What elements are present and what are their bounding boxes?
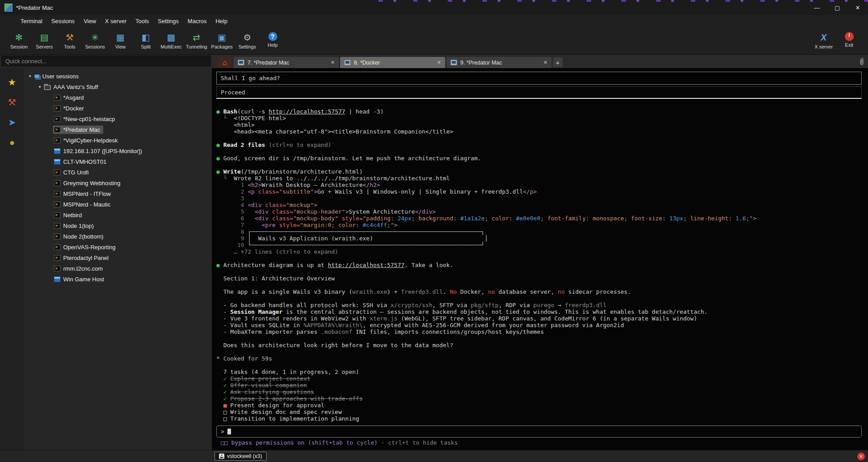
new-tab-button[interactable]: + <box>553 57 563 67</box>
tree-item[interactable]: Greyming Webhosting <box>24 178 212 188</box>
terminal-text <box>216 402 223 409</box>
toolbar-x-server-button[interactable]: XX server <box>811 32 836 49</box>
toolbar-sessions-button[interactable]: ✳Sessions <box>82 32 108 49</box>
terminal-line: 1 <h2>Wraith Desktop — Architecture</h2> <box>216 182 863 188</box>
terminal-text: "mockup" <box>286 202 314 208</box>
tree-item-body: MSPNerd - ITFlow <box>53 190 114 198</box>
tree-item-label: rmm.t2cnc.com <box>63 265 103 272</box>
packages-label: Packages <box>211 44 232 49</box>
terminal-link[interactable]: http://localhost:57577 <box>328 262 404 268</box>
terminal-text: ✓ <box>223 389 231 395</box>
toolbar-tunneling-button[interactable]: ⇄Tunneling <box>184 32 209 49</box>
terminal-text: style= <box>276 222 300 228</box>
menu-tools[interactable]: Tools <box>131 16 153 26</box>
expand-arrow-icon[interactable]: ▼ <box>27 74 33 78</box>
expand-arrow-icon[interactable]: ▼ <box>37 85 43 89</box>
tree-item[interactable]: OpenVAS-Reporting <box>24 242 212 252</box>
toolbar-help-button[interactable]: ?Help <box>260 32 285 49</box>
terminal-text: . <box>443 288 450 295</box>
terminal-text: ● <box>216 168 223 175</box>
bottom-close-button[interactable]: ✕ <box>857 453 865 460</box>
tree-item[interactable]: MSPNerd - ITFlow <box>24 188 212 199</box>
session-label: Session <box>10 44 28 49</box>
toolbar-session-button[interactable]: ✻Session <box>6 32 32 49</box>
toolbar-view-button[interactable]: ▦View <box>108 32 133 49</box>
tree-item[interactable]: *New-cp01-heistacp <box>24 113 212 124</box>
toolbar-settings-button[interactable]: ⚙Settings <box>235 32 260 49</box>
menu-terminal[interactable]: Terminal <box>16 16 47 26</box>
toolbar-servers-button[interactable]: ▤Servers <box>32 32 57 49</box>
terminal-text: , encrypted with AES-256-GCM derived fro… <box>363 322 624 328</box>
terminal-link[interactable]: http://localhost:57577 <box>268 108 345 115</box>
toolbar-split-button[interactable]: ◧Split <box>133 32 158 49</box>
menu-macros[interactable]: Macros <box>183 16 211 26</box>
permission-option-proceed[interactable]: Proceed <box>216 86 862 99</box>
tree-item-body: OpenVAS-Reporting <box>53 243 119 251</box>
tree-item-body: Win Game Host <box>53 275 107 284</box>
ssh-icon <box>54 202 61 207</box>
tree-item[interactable]: *Predator Mac <box>24 124 212 135</box>
terminal-text: <div <box>255 215 268 222</box>
terminal[interactable]: Shall I go ahead? Proceed ● Bash(curl -s… <box>212 68 868 450</box>
tree-item[interactable]: Win Game Host <box>24 274 212 284</box>
tree-item[interactable]: Node 1(top) <box>24 220 212 231</box>
tree-item[interactable]: CLT-VMHOST01 <box>24 156 212 167</box>
tree-item-body: Node 2(bottom) <box>53 232 106 241</box>
tree-item[interactable]: *Docker <box>24 103 212 113</box>
tree-item[interactable]: Node 2(bottom) <box>24 231 212 242</box>
quickconnect-tab-row: ⌂7. *Predator Mac✕8. *Docker✕9. *Predato… <box>0 55 868 68</box>
menu-sessions[interactable]: Sessions <box>47 16 79 26</box>
close-button[interactable]: ✕ <box>848 0 868 15</box>
tree-item[interactable]: 192.168.1.107 ([UPS-Monitor]) <box>24 146 212 156</box>
terminal-text: freerdp3.dll <box>401 288 443 295</box>
session-tab[interactable]: 9. *Predator Mac✕ <box>446 57 552 68</box>
tab-close-icon[interactable]: ✕ <box>437 60 441 65</box>
minimize-button[interactable]: — <box>807 0 827 15</box>
terminal-text: → <box>554 302 564 308</box>
tree-item[interactable]: Pterodactyl Panel <box>24 252 212 263</box>
toolbar-packages-button[interactable]: ▣Packages <box>209 32 235 49</box>
terminal-text: ■ <box>223 402 231 409</box>
tree-item[interactable]: CTG Unifi <box>24 167 212 178</box>
tree-item-body: CTG Unifi <box>53 168 92 177</box>
bottom-session-button[interactable]: vstockwell (x3) <box>215 452 267 461</box>
tab-close-icon[interactable]: ✕ <box>331 60 335 65</box>
rail-macros-panel-button[interactable]: ➤ <box>5 115 19 129</box>
attach-panel-button[interactable] <box>859 55 864 68</box>
maximize-button[interactable]: ▢ <box>827 0 848 15</box>
tools-icon: ⚒ <box>65 32 75 43</box>
tree-item[interactable]: ▼AAA Vantz's Stuff <box>24 81 212 92</box>
toolbar-multiexec-button[interactable]: ▩MultiExec <box>158 32 184 49</box>
session-tab[interactable]: 8. *Docker✕ <box>340 57 445 68</box>
terminal-line: 9 │ Wails v3 Application (wraith.exe) │ <box>216 235 863 242</box>
tree-item[interactable]: ▼User sessions <box>24 71 212 81</box>
terminal-text: - Go backend handles all protocol work: … <box>216 302 390 308</box>
menu-settings[interactable]: Settings <box>154 16 183 26</box>
terminal-text <box>216 389 223 395</box>
terminal-text: 4 <box>216 202 247 208</box>
session-tab[interactable]: 7. *Predator Mac✕ <box>234 57 339 68</box>
tree-item-label: *Asgard <box>63 94 84 101</box>
tab-close-icon[interactable]: ✕ <box>544 60 548 65</box>
help-icon: ? <box>268 32 277 41</box>
prompt-input[interactable]: > <box>216 426 862 438</box>
tree-item[interactable]: *VigilCyber-Helpdesk <box>24 135 212 146</box>
rail-sftp-panel-button[interactable]: ● <box>5 135 19 149</box>
tree-item[interactable]: MSPNerd - Mautic <box>24 199 212 210</box>
tree-item[interactable]: rmm.t2cnc.com <box>24 263 212 274</box>
menu-help[interactable]: Help <box>211 16 232 26</box>
settings-label: Settings <box>239 44 256 49</box>
quick-connect-input[interactable] <box>1 56 211 66</box>
menu-x-server[interactable]: X server <box>101 16 131 26</box>
tree-item[interactable]: *Asgard <box>24 92 212 103</box>
toolbar-exit-button[interactable]: Exit <box>836 32 862 49</box>
menu-view[interactable]: View <box>79 16 101 26</box>
home-tab[interactable]: ⌂ <box>217 57 232 68</box>
rail-tools-panel-button[interactable]: ⚒ <box>5 95 19 109</box>
terminal-text: 7 tasks (4 done, 1 in progress, 2 open) <box>216 369 359 375</box>
rail-sessions-panel-button[interactable]: ★ <box>5 75 19 89</box>
tree-item[interactable]: Netbird <box>24 210 212 220</box>
side-rail: ★⚒➤● <box>0 68 24 450</box>
toolbar-tools-button[interactable]: ⚒Tools <box>57 32 82 49</box>
computer-group-icon <box>34 74 40 78</box>
